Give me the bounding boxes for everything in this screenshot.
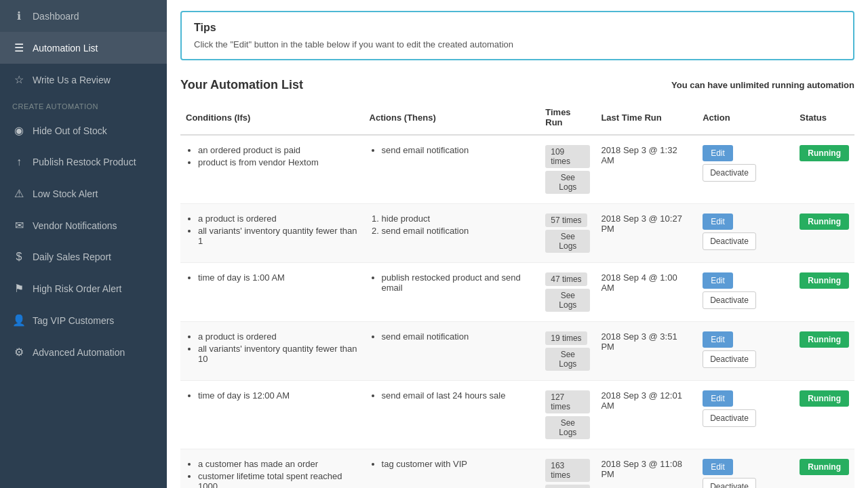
- sidebar-item-write-review[interactable]: ☆ Write Us a Review: [0, 64, 167, 96]
- cell-action-buttons: EditDeactivate: [697, 449, 794, 489]
- cell-times-run: 109 timesSee Logs: [540, 135, 595, 204]
- edit-button[interactable]: Edit: [703, 390, 733, 407]
- cell-actions: publish restocked product and send email: [364, 263, 540, 322]
- cell-last-run: 2018 Sep 4 @ 1:00 AM: [595, 263, 697, 322]
- see-logs-button[interactable]: See Logs: [545, 416, 590, 439]
- deactivate-button[interactable]: Deactivate: [703, 350, 756, 368]
- sidebar-item-high-risk-order[interactable]: ⚑ High Risk Order Alert: [0, 272, 167, 304]
- warning-icon: ⚠: [12, 187, 26, 200]
- table-row: an ordered product is paidproduct is fro…: [180, 135, 854, 204]
- condition-item: a product is ordered: [198, 214, 359, 224]
- cell-actions: hide productsend email notification: [364, 204, 540, 263]
- see-logs-button[interactable]: See Logs: [545, 289, 590, 312]
- deactivate-button[interactable]: Deactivate: [703, 164, 756, 182]
- col-action: Action: [697, 100, 794, 135]
- action-item: send email notification: [382, 331, 535, 342]
- sidebar-label-publish-restock: Publish Restock Product: [33, 157, 136, 167]
- cell-action-buttons: EditDeactivate: [697, 263, 794, 322]
- sidebar-label-hide-out-of-stock: Hide Out of Stock: [33, 125, 107, 136]
- sidebar-label-vendor-notifications: Vendor Notifications: [33, 220, 117, 231]
- action-item: tag customer with VIP: [382, 459, 535, 469]
- cell-actions: send email notification: [364, 322, 540, 381]
- sidebar-item-daily-sales-report[interactable]: $ Daily Sales Report: [0, 241, 167, 272]
- flag-icon: ⚑: [12, 282, 26, 295]
- sidebar-item-tag-vip[interactable]: 👤 Tag VIP Customers: [0, 304, 167, 336]
- cell-actions: tag customer with VIP: [364, 449, 540, 489]
- edit-button[interactable]: Edit: [703, 145, 733, 161]
- action-item: hide product: [382, 214, 535, 224]
- list-title: Your Automation List: [180, 78, 303, 92]
- circle-icon: ◉: [12, 124, 26, 137]
- action-item: send email of last 24 hours sale: [382, 390, 535, 401]
- sidebar-item-advanced-automation[interactable]: ⚙ Advanced Automation: [0, 336, 167, 368]
- times-badge: 163 times: [545, 459, 590, 482]
- cell-action-buttons: EditDeactivate: [697, 204, 794, 263]
- deactivate-button[interactable]: Deactivate: [703, 291, 756, 309]
- table-row: time of day is 12:00 AMsend email of las…: [180, 381, 854, 449]
- status-badge: Running: [800, 145, 849, 161]
- status-badge: Running: [800, 214, 849, 230]
- see-logs-button[interactable]: See Logs: [545, 230, 590, 253]
- deactivate-button[interactable]: Deactivate: [703, 232, 756, 250]
- see-logs-button[interactable]: See Logs: [545, 348, 590, 371]
- sidebar-label-low-stock-alert: Low Stock Alert: [33, 188, 98, 199]
- tips-text: Click the "Edit" button in the table bel…: [194, 39, 841, 49]
- list-icon: ☰: [12, 41, 26, 54]
- condition-item: a customer has made an order: [198, 459, 359, 469]
- table-row: a product is orderedall variants' invent…: [180, 204, 854, 263]
- main-content: Tips Click the "Edit" button in the tabl…: [167, 0, 868, 488]
- action-item: send email notification: [382, 145, 535, 155]
- sidebar-item-hide-out-of-stock[interactable]: ◉ Hide Out of Stock: [0, 115, 167, 146]
- sidebar-item-vendor-notifications[interactable]: ✉ Vendor Notifications: [0, 209, 167, 241]
- deactivate-button[interactable]: Deactivate: [703, 478, 756, 488]
- sidebar-item-publish-restock[interactable]: ↑ Publish Restock Product: [0, 146, 167, 178]
- cell-action-buttons: EditDeactivate: [697, 322, 794, 381]
- automation-area: Your Automation List You can have unlimi…: [167, 67, 868, 488]
- condition-item: all variants' inventory quantity fewer t…: [198, 226, 359, 246]
- edit-button[interactable]: Edit: [703, 459, 733, 475]
- table-row: a product is orderedall variants' invent…: [180, 322, 854, 381]
- deactivate-button[interactable]: Deactivate: [703, 409, 756, 427]
- edit-button[interactable]: Edit: [703, 331, 733, 348]
- cell-last-run: 2018 Sep 3 @ 3:51 PM: [595, 322, 697, 381]
- edit-button[interactable]: Edit: [703, 214, 733, 230]
- cell-times-run: 127 timesSee Logs: [540, 381, 595, 449]
- col-actions: Actions (Thens): [364, 100, 540, 135]
- times-badge: 127 times: [545, 390, 590, 413]
- dollar-icon: $: [12, 251, 26, 263]
- table-row: time of day is 1:00 AMpublish restocked …: [180, 263, 854, 322]
- times-badge: 109 times: [545, 145, 590, 168]
- times-badge: 57 times: [545, 214, 587, 227]
- sidebar-item-low-stock-alert[interactable]: ⚠ Low Stock Alert: [0, 178, 167, 209]
- status-badge: Running: [800, 459, 849, 475]
- see-logs-button[interactable]: See Logs: [545, 171, 590, 194]
- cell-conditions: an ordered product is paidproduct is fro…: [180, 135, 364, 204]
- tips-box: Tips Click the "Edit" button in the tabl…: [180, 11, 854, 60]
- condition-item: time of day is 1:00 AM: [198, 272, 359, 283]
- cell-last-run: 2018 Sep 3 @ 12:01 AM: [595, 381, 697, 449]
- cell-action-buttons: EditDeactivate: [697, 135, 794, 204]
- sidebar-item-dashboard[interactable]: ℹ Dashboard: [0, 0, 167, 32]
- cell-status: Running: [794, 263, 854, 322]
- col-last-time-run: Last Time Run: [595, 100, 697, 135]
- cell-times-run: 19 timesSee Logs: [540, 322, 595, 381]
- cell-actions: send email of last 24 hours sale: [364, 381, 540, 449]
- cell-status: Running: [794, 322, 854, 381]
- tips-title: Tips: [194, 22, 841, 34]
- cell-times-run: 57 timesSee Logs: [540, 204, 595, 263]
- sidebar-item-automation-list[interactable]: ☰ Automation List: [0, 32, 167, 64]
- star-icon: ☆: [12, 73, 26, 86]
- times-badge: 19 times: [545, 331, 587, 345]
- condition-item: a product is ordered: [198, 331, 359, 342]
- see-logs-button[interactable]: See Logs: [545, 485, 590, 488]
- info-icon: ℹ: [12, 9, 26, 22]
- col-conditions: Conditions (Ifs): [180, 100, 364, 135]
- cell-times-run: 47 timesSee Logs: [540, 263, 595, 322]
- edit-button[interactable]: Edit: [703, 272, 733, 289]
- gear-icon: ⚙: [12, 346, 26, 359]
- condition-item: customer lifetime total spent reached 10…: [198, 471, 359, 488]
- cell-last-run: 2018 Sep 3 @ 11:08 PM: [595, 449, 697, 489]
- sidebar-label-high-risk-order: High Risk Order Alert: [33, 283, 121, 294]
- list-note: You can have unlimited running automatio…: [671, 80, 854, 90]
- sidebar-label-daily-sales-report: Daily Sales Report: [33, 251, 111, 262]
